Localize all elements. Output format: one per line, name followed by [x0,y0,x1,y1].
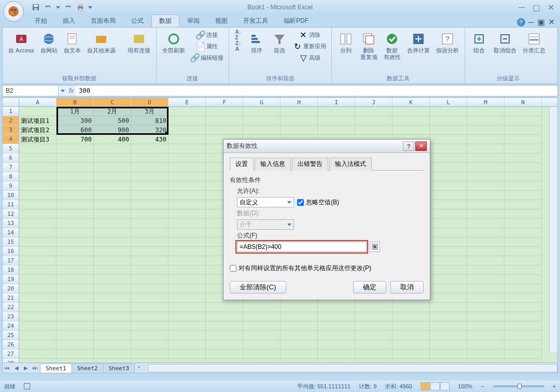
cell[interactable] [131,340,169,349]
cell[interactable] [505,228,542,237]
btn-ungroup[interactable]: 取消组合 [491,29,519,55]
dialog-help-button[interactable]: ? [403,142,414,151]
cell[interactable] [131,331,169,340]
cell[interactable] [430,340,467,349]
cell[interactable] [57,303,94,312]
cell[interactable] [169,340,206,349]
btn-reapply[interactable]: ↻重新应用 [291,40,328,52]
zoom-level[interactable]: 100% [458,383,472,389]
cell[interactable] [206,359,243,362]
cell[interactable] [19,209,57,219]
cell[interactable]: 500 [94,116,131,125]
cell[interactable] [94,331,131,340]
dialog-titlebar[interactable]: 数据有效性 ? ✕ [223,139,430,153]
cell[interactable] [430,144,467,153]
cell[interactable] [94,247,131,256]
row-header[interactable]: 14 [3,228,19,237]
cell[interactable] [430,135,467,144]
cell[interactable] [430,228,467,237]
row-header[interactable]: 25 [3,331,19,340]
row-header[interactable]: 6 [3,153,19,163]
qat-redo[interactable] [62,2,74,13]
cell[interactable] [505,153,542,163]
cell[interactable] [131,191,169,200]
cell[interactable] [131,256,169,265]
cell[interactable] [94,163,131,172]
cell[interactable] [467,359,505,362]
cell[interactable] [355,116,393,125]
cell[interactable] [169,125,206,135]
cell[interactable] [169,163,206,172]
row-header[interactable]: 20 [3,284,19,293]
cell[interactable]: 测试项目2 [19,125,57,135]
dropdown-icon[interactable] [61,90,65,92]
cell[interactable] [467,256,505,265]
cell[interactable] [467,340,505,349]
cell[interactable] [467,191,505,200]
cell[interactable] [206,107,243,116]
cell[interactable] [19,331,57,340]
cell[interactable] [467,247,505,256]
close-button[interactable]: ✕ [544,3,557,12]
cell[interactable] [467,200,505,209]
cell[interactable] [131,284,169,293]
cell[interactable] [505,349,542,359]
cell[interactable] [243,359,281,362]
dlg-tab-input[interactable]: 输入信息 [255,158,291,171]
tab-insert[interactable]: 插入 [55,15,83,27]
formula-input[interactable]: 300 [76,86,557,96]
tab-dev[interactable]: 开发工具 [235,15,276,27]
btn-properties[interactable]: 📄属性 [189,40,226,52]
cell[interactable] [355,303,393,312]
cell[interactable] [318,349,355,359]
cell[interactable] [169,256,206,265]
sheet-nav-prev[interactable]: ◀ [12,363,21,373]
btn-existing-conn[interactable]: 现有连接 [125,29,153,55]
new-sheet-button[interactable]: ＊ [134,363,144,373]
row-header[interactable]: 24 [3,321,19,331]
cell[interactable] [281,349,318,359]
cell[interactable] [57,153,94,163]
cell[interactable] [393,340,430,349]
cell[interactable]: 测试项目3 [19,135,57,144]
btn-from-text[interactable]: 自文本 [61,29,83,55]
cell[interactable] [318,107,355,116]
cell[interactable] [505,191,542,200]
cell[interactable] [169,284,206,293]
cell[interactable] [94,181,131,191]
cell[interactable] [169,144,206,153]
cell[interactable] [467,265,505,275]
fx-icon[interactable]: fx [67,87,76,94]
cell[interactable] [169,237,206,247]
cell[interactable] [169,247,206,256]
tab-layout[interactable]: 页面布局 [83,15,123,27]
column-header[interactable]: D [131,98,169,106]
row-header[interactable]: 5 [3,144,19,153]
row-header[interactable]: 16 [3,247,19,256]
cell[interactable] [393,331,430,340]
cell[interactable] [505,125,542,135]
cell[interactable] [430,153,467,163]
cell[interactable] [57,200,94,209]
cell[interactable] [131,312,169,321]
mdi-minimize[interactable]: ─ [528,18,534,27]
cell[interactable] [467,153,505,163]
cell[interactable] [169,228,206,237]
cell[interactable] [355,107,393,116]
cell[interactable] [505,219,542,228]
cell[interactable] [94,228,131,237]
cell[interactable]: 2月 [94,107,131,116]
cell[interactable] [94,303,131,312]
cell[interactable] [467,135,505,144]
btn-text-to-columns[interactable]: 分列 [335,29,357,55]
sheet-nav-last[interactable]: ⏭ [31,363,40,373]
cell[interactable] [430,293,467,303]
cell[interactable] [57,209,94,219]
cell[interactable] [505,163,542,172]
column-header[interactable]: A [19,98,57,106]
cell[interactable]: 3月 [131,107,169,116]
cell[interactable] [430,209,467,219]
cell[interactable] [57,321,94,331]
cell[interactable] [430,312,467,321]
cell[interactable]: 400 [94,135,131,144]
